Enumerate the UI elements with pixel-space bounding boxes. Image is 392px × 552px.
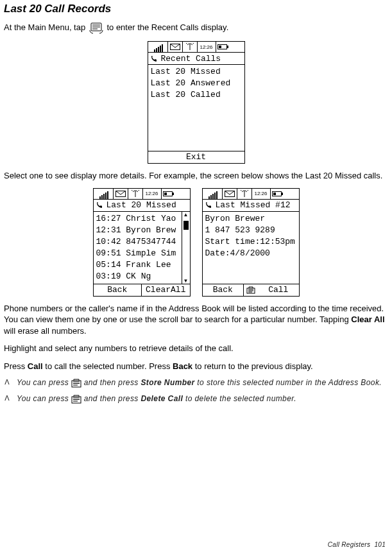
envelope-icon bbox=[113, 189, 128, 199]
detail-start: Start time:12:53pm bbox=[205, 236, 296, 248]
battery-icon bbox=[216, 42, 230, 52]
list-item[interactable]: 09:51 Simple Sim bbox=[96, 248, 182, 259]
detail-body: Byron Brewer 1 847 523 9289 Start time:1… bbox=[203, 212, 299, 284]
intro-after: to enter the Recent Calls display. bbox=[107, 22, 228, 32]
page-footer: Call Registers 101 bbox=[328, 541, 386, 548]
missed-detail-screen: 12:26 Last Missed #12 Byron Brewer 1 847… bbox=[202, 188, 300, 297]
tip-delete-call: Λ You can press and then press Delete Ca… bbox=[4, 394, 388, 404]
softkey-bar: Back Call bbox=[203, 284, 299, 296]
list-item[interactable]: Last 20 Missed bbox=[151, 66, 242, 78]
intro-before: At the Main Menu, tap bbox=[4, 22, 85, 32]
list-item[interactable]: Last 20 Answered bbox=[151, 78, 242, 89]
detail-date: Date:4/8/2000 bbox=[205, 248, 296, 259]
softkey-call[interactable]: Call bbox=[258, 284, 299, 296]
screen-title: Recent Calls bbox=[161, 54, 221, 64]
svg-rect-7 bbox=[173, 193, 174, 195]
status-time: 12:26 bbox=[142, 189, 161, 199]
tip-text: You can press and then press Delete Call… bbox=[17, 394, 388, 404]
antenna-icon bbox=[237, 189, 251, 199]
tip-mid: and then press bbox=[81, 378, 141, 387]
softkey-bar: Exit bbox=[148, 151, 244, 163]
svg-rect-3 bbox=[227, 46, 228, 48]
envelope-icon bbox=[222, 189, 237, 199]
para-press: Press Call to call the selected number. … bbox=[4, 361, 388, 372]
svg-rect-12 bbox=[273, 193, 276, 195]
mid-paragraph: Select one to see display more details. … bbox=[4, 170, 388, 182]
list-item[interactable]: 03:19 CK Ng bbox=[96, 271, 182, 282]
detail-number: 1 847 523 9289 bbox=[205, 225, 296, 236]
softkey-back[interactable]: Back bbox=[203, 284, 244, 296]
screen-title: Last Missed #12 bbox=[216, 200, 291, 210]
p4a: Press bbox=[4, 361, 28, 371]
antenna-icon bbox=[128, 189, 142, 199]
tip-pre: You can press bbox=[17, 394, 71, 403]
status-bar: 12:26 bbox=[148, 42, 244, 53]
softkey-bar: Back ClearAll bbox=[94, 284, 190, 296]
signal-icon bbox=[95, 189, 113, 199]
clear-all-label: Clear All bbox=[351, 315, 384, 324]
svg-rect-11 bbox=[282, 193, 283, 195]
detail-name: Byron Brewer bbox=[205, 213, 296, 225]
list-item[interactable]: 05:14 Frank Lee bbox=[96, 259, 182, 271]
list-item[interactable]: 10:42 8475347744 bbox=[96, 236, 182, 248]
svg-rect-8 bbox=[164, 193, 167, 195]
para-highlight: Highlight and select any numbers to retr… bbox=[4, 343, 388, 354]
tip-mid: and then press bbox=[81, 394, 141, 403]
status-time: 12:26 bbox=[251, 189, 270, 199]
list-item[interactable]: Last 20 Called bbox=[151, 89, 242, 101]
back-label: Back bbox=[173, 361, 192, 371]
softkey-center[interactable]: Exit bbox=[148, 151, 244, 163]
bullet-marker: Λ bbox=[4, 394, 10, 402]
battery-icon bbox=[270, 189, 285, 199]
bullet-marker: Λ bbox=[4, 378, 10, 386]
antenna-icon bbox=[182, 42, 197, 52]
scroll-list: 16:27 Christ Yao 12:31 Byron Brew 10:42 … bbox=[94, 212, 190, 284]
softkey-back[interactable]: Back bbox=[94, 284, 142, 296]
call-label: Call bbox=[28, 361, 43, 371]
phone-small-icon bbox=[205, 202, 213, 209]
recent-calls-screen: 12:26 Recent Calls Last 20 Missed Last 2… bbox=[148, 41, 245, 164]
intro-line: At the Main Menu, tap to enter the Recen… bbox=[4, 22, 388, 35]
menu-icon bbox=[71, 395, 81, 404]
footer-section: Call Registers bbox=[328, 541, 370, 548]
status-bar: 12:26 bbox=[203, 189, 299, 200]
envelope-icon bbox=[167, 42, 182, 52]
softkey-clearall[interactable]: ClearAll bbox=[141, 284, 190, 296]
menu-list: Last 20 Missed Last 20 Answered Last 20 … bbox=[148, 65, 244, 151]
battery-icon bbox=[161, 189, 176, 199]
phone-small-icon bbox=[151, 55, 158, 62]
tip-post: to delete the selected number. bbox=[183, 394, 296, 403]
screen-title-bar: Last Missed #12 bbox=[203, 200, 299, 212]
status-time: 12:26 bbox=[197, 42, 216, 52]
tip-store-number: Λ You can press and then press Store Num… bbox=[4, 378, 388, 388]
tip-post: to store this selected number in the Add… bbox=[195, 378, 382, 387]
store-number-label: Store Number bbox=[141, 378, 194, 387]
softkey-menu-icon[interactable] bbox=[243, 284, 258, 296]
screen-title: Last 20 Missed bbox=[107, 200, 176, 210]
list-item[interactable]: 12:31 Byron Brew bbox=[96, 225, 182, 236]
para2-a: Phone numbers or the caller's name if in… bbox=[4, 304, 384, 325]
signal-icon bbox=[149, 42, 167, 52]
footer-page: 101 bbox=[374, 541, 386, 548]
para-list-desc: Phone numbers or the caller's name if in… bbox=[4, 303, 388, 337]
list-item[interactable]: 16:27 Christ Yao bbox=[96, 213, 182, 225]
p4b: to call the selected number. Press bbox=[43, 361, 173, 371]
page-title: Last 20 Call Records bbox=[4, 3, 388, 15]
menu-icon bbox=[71, 379, 81, 388]
recent-calls-menu-icon bbox=[88, 22, 105, 35]
scrollbar[interactable] bbox=[182, 212, 190, 284]
phone-small-icon bbox=[96, 202, 104, 209]
status-bar: 12:26 bbox=[94, 189, 190, 200]
delete-call-label: Delete Call bbox=[141, 394, 183, 403]
missed-list-screen: 12:26 Last 20 Missed 16:27 Christ Yao 12… bbox=[93, 188, 191, 297]
tip-pre: You can press bbox=[17, 378, 71, 387]
tip-text: You can press and then press Store Numbe… bbox=[17, 378, 388, 388]
screen-title-bar: Recent Calls bbox=[148, 53, 244, 65]
screen-title-bar: Last 20 Missed bbox=[94, 200, 190, 212]
svg-rect-4 bbox=[219, 46, 221, 48]
p4c: to return to the previous display. bbox=[192, 361, 313, 371]
signal-icon bbox=[204, 189, 222, 199]
para2-c: will erase all numbers. bbox=[4, 326, 87, 336]
scroll-thumb[interactable] bbox=[183, 221, 189, 230]
